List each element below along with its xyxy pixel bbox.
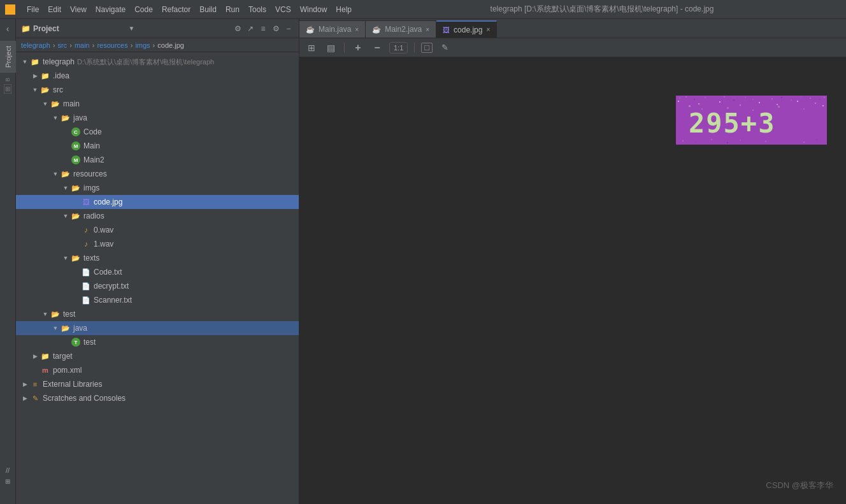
svg-rect-29 bbox=[719, 101, 721, 103]
panel-title: Project bbox=[33, 24, 126, 33]
svg-rect-5 bbox=[714, 98, 715, 99]
sidebar-grid-icon[interactable]: ⊞ bbox=[5, 478, 10, 485]
tree-1wav[interactable]: ♪ 1.wav bbox=[16, 237, 299, 251]
breadcrumb-main[interactable]: main bbox=[75, 41, 90, 49]
fit-page-btn[interactable]: ⊞ bbox=[305, 41, 319, 55]
tree-main2-class[interactable]: M Main2 bbox=[16, 153, 299, 167]
svg-rect-27 bbox=[678, 101, 679, 102]
label-java: java bbox=[73, 113, 87, 122]
svg-rect-33 bbox=[797, 101, 798, 102]
svg-rect-2 bbox=[685, 96, 687, 97]
menu-code[interactable]: Code bbox=[131, 4, 157, 15]
tree-src[interactable]: ▼ 📂 src bbox=[16, 83, 299, 97]
arrow-target: ▶ bbox=[31, 352, 39, 360]
file-tree: ▼ 📁 telegraph D:\系统默认\桌面\博客素材\电报机\telegr… bbox=[16, 52, 299, 504]
menu-tools[interactable]: Tools bbox=[245, 4, 270, 15]
tree-target[interactable]: ▶ 📁 target bbox=[16, 349, 299, 363]
arrow-decrypttxt bbox=[72, 282, 80, 290]
svg-rect-10 bbox=[762, 96, 763, 97]
svg-rect-37 bbox=[689, 105, 691, 107]
tree-decrypttxt[interactable]: 📄 decrypt.txt bbox=[16, 279, 299, 293]
zoom-out-btn[interactable]: − bbox=[370, 41, 384, 55]
tab-close-codejpg[interactable]: × bbox=[486, 26, 490, 33]
tree-texts[interactable]: ▼ 📂 texts bbox=[16, 251, 299, 265]
tree-main[interactable]: ▼ 📂 main bbox=[16, 97, 299, 111]
menu-window[interactable]: Window bbox=[296, 4, 331, 15]
breadcrumb-src[interactable]: src bbox=[58, 41, 68, 49]
svg-rect-17 bbox=[824, 97, 825, 98]
tree-codetxt[interactable]: 📄 Code.txt bbox=[16, 265, 299, 279]
tree-java[interactable]: ▼ 📂 java bbox=[16, 111, 299, 125]
svg-rect-32 bbox=[777, 104, 778, 105]
breadcrumb-telegraph[interactable]: telegraph bbox=[21, 41, 50, 49]
tree-test-java[interactable]: ▼ 📂 java bbox=[16, 321, 299, 335]
menu-view[interactable]: View bbox=[66, 4, 90, 15]
color-pick-btn[interactable]: ✎ bbox=[438, 41, 452, 55]
tab-mainjava[interactable]: ☕ Main.java × bbox=[299, 20, 366, 38]
menu-refactor[interactable]: Refactor bbox=[158, 4, 194, 15]
fit-frame-btn[interactable]: □ bbox=[421, 43, 433, 53]
toolbar-sep1 bbox=[344, 43, 345, 53]
breadcrumb-resources[interactable]: resources bbox=[97, 41, 127, 49]
menu-build[interactable]: Build bbox=[196, 4, 220, 15]
tree-radios[interactable]: ▼ 📂 radios bbox=[16, 209, 299, 223]
label-0wav: 0.wav bbox=[94, 226, 113, 234]
tab-codejpg[interactable]: 🖼 code.jpg × bbox=[436, 20, 497, 38]
tree-test-class[interactable]: T test bbox=[16, 335, 299, 349]
tab-label-main2java: Main2.java bbox=[385, 25, 422, 34]
label-test-java: java bbox=[73, 324, 87, 333]
label-idea: .idea bbox=[53, 71, 69, 80]
menu-help[interactable]: Help bbox=[332, 4, 355, 15]
panel-settings-icon[interactable]: ⚙ bbox=[233, 24, 243, 34]
svg-rect-18 bbox=[682, 140, 684, 141]
code-jpg-svg: 295+3 bbox=[676, 96, 827, 145]
tree-resources[interactable]: ▼ 📂 resources bbox=[16, 167, 299, 181]
fit-width-btn[interactable]: ▤ bbox=[324, 41, 338, 55]
menu-vcs[interactable]: VCS bbox=[271, 4, 295, 15]
breadcrumb-imgs[interactable]: imgs bbox=[135, 41, 150, 49]
bookmark-tab[interactable]: B bbox=[4, 78, 11, 82]
tree-ext-libs[interactable]: ▶ ≡ External Libraries bbox=[16, 377, 299, 391]
tree-main-class[interactable]: M Main bbox=[16, 139, 299, 153]
label-resources: resources bbox=[73, 169, 107, 178]
panel-expand-icon[interactable]: ↗ bbox=[245, 24, 255, 34]
project-tab-vertical[interactable]: Project bbox=[0, 41, 16, 73]
panel-sync-icon[interactable]: ≡ bbox=[258, 24, 268, 34]
tree-scratches[interactable]: ▶ ✎ Scratches and Consoles bbox=[16, 391, 299, 405]
window-title: telegraph [D:\系统默认\桌面\博客素材\电报机\telegraph… bbox=[363, 4, 841, 15]
svg-rect-8 bbox=[745, 97, 746, 98]
tree-codejpg[interactable]: 🖼 code.jpg bbox=[16, 195, 299, 209]
ratio-btn[interactable]: 1:1 bbox=[389, 42, 408, 54]
structure-icon[interactable]: ⊞ bbox=[4, 84, 11, 94]
label-ext-libs: External Libraries bbox=[43, 380, 102, 389]
nav-arrow-up[interactable]: ‹ bbox=[0, 19, 16, 38]
svg-rect-13 bbox=[791, 99, 792, 101]
tree-code-class[interactable]: C Code bbox=[16, 125, 299, 139]
tree-scannertxt[interactable]: 📄 Scanner.txt bbox=[16, 293, 299, 307]
tab-main2java[interactable]: ☕ Main2.java × bbox=[366, 20, 436, 38]
menu-edit[interactable]: Edit bbox=[44, 4, 65, 15]
tree-telegraph[interactable]: ▼ 📁 telegraph D:\系统默认\桌面\博客素材\电报机\telegr… bbox=[16, 55, 299, 69]
panel-dropdown[interactable]: ▼ bbox=[129, 25, 135, 32]
menu-run[interactable]: Run bbox=[222, 4, 243, 15]
panel-close-icon[interactable]: − bbox=[283, 24, 294, 34]
tab-close-main2java[interactable]: × bbox=[426, 26, 429, 33]
menu-file[interactable]: File bbox=[23, 4, 43, 15]
arrow-0wav bbox=[72, 226, 80, 234]
arrow-scannertxt bbox=[72, 296, 80, 304]
tree-0wav[interactable]: ♪ 0.wav bbox=[16, 223, 299, 237]
label-src: src bbox=[53, 85, 63, 94]
panel-gear-icon[interactable]: ⚙ bbox=[271, 24, 281, 34]
tree-pomxml[interactable]: m pom.xml bbox=[16, 363, 299, 377]
breadcrumb: telegraph › src › main › resources › img… bbox=[16, 38, 299, 52]
svg-rect-31 bbox=[759, 102, 760, 103]
sidebar-toggle-btn[interactable]: // bbox=[6, 466, 10, 474]
tree-idea[interactable]: ▶ 📁 .idea bbox=[16, 69, 299, 83]
tree-imgs[interactable]: ▼ 📂 imgs bbox=[16, 181, 299, 195]
tree-test[interactable]: ▼ 📂 test bbox=[16, 307, 299, 321]
menu-navigate[interactable]: Navigate bbox=[92, 4, 129, 15]
zoom-in-btn[interactable]: + bbox=[351, 41, 365, 55]
arrow-test: ▼ bbox=[41, 310, 49, 318]
tab-close-mainjava[interactable]: × bbox=[355, 26, 359, 33]
tab-icon-codejpg: 🖼 bbox=[443, 26, 450, 34]
